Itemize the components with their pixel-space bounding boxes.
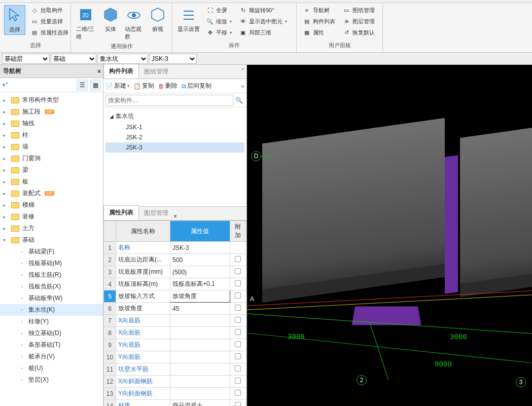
prop-value[interactable] <box>170 339 230 351</box>
checkbox-icon[interactable] <box>235 378 241 384</box>
prop-value[interactable]: (500) <box>170 266 230 278</box>
prop-extra[interactable] <box>230 315 246 327</box>
prop-extra[interactable] <box>230 290 246 303</box>
subcategory-select[interactable]: 集水坑 <box>97 54 148 64</box>
component-item[interactable]: JSK-3 <box>105 142 244 153</box>
batch-select-button[interactable]: ▭批量选择 <box>28 16 70 26</box>
prop-value[interactable] <box>170 315 230 327</box>
checkbox-icon[interactable] <box>235 402 241 406</box>
checkbox-icon[interactable] <box>235 365 241 372</box>
display-settings-button[interactable]: 显示设置 <box>176 5 201 34</box>
property-row[interactable]: 10 Y向面筋 <box>104 351 246 363</box>
top-view-button[interactable]: 俯视 <box>148 5 168 34</box>
close-icon[interactable]: × <box>173 213 177 220</box>
delete-button[interactable]: 🗑删除 <box>158 82 178 90</box>
prop-extra[interactable] <box>230 339 246 351</box>
checkbox-icon[interactable] <box>235 280 241 286</box>
prop-extra[interactable] <box>230 363 246 376</box>
tree-item[interactable]: ▸梁 <box>0 164 103 176</box>
pan-button[interactable]: ✥平移▾ <box>204 27 234 38</box>
list-view-icon[interactable]: ☰ <box>77 80 88 91</box>
floor-copy-button[interactable]: ⧉层间复制 <box>182 82 211 90</box>
tree-item[interactable]: ▸施工段VIP <box>0 106 103 118</box>
prop-extra[interactable] <box>230 376 246 388</box>
dynamic-view-button[interactable]: 动态观察 <box>124 5 145 42</box>
select-by-prop-button[interactable]: ▤按属性选择 <box>28 27 70 38</box>
tree-item[interactable]: ▸柱 <box>0 129 103 141</box>
prop-extra[interactable] <box>230 303 246 315</box>
layer-mgr-button[interactable]: ≋图层管理 <box>340 16 377 26</box>
prop-extra[interactable] <box>230 254 246 266</box>
tree-child[interactable]: ▫桩承台(V) <box>0 351 103 362</box>
prop-value[interactable]: 商品混凝土 <box>170 400 230 407</box>
tab-drawing-mgr[interactable]: 图纸管理 <box>139 65 173 79</box>
prop-value[interactable]: JSK-3 <box>170 242 230 254</box>
property-row[interactable]: 14 材质 商品混凝土 <box>104 400 246 407</box>
tree-item[interactable]: ▸楼梯 <box>0 199 103 211</box>
level-select[interactable]: 基础层 <box>2 54 50 64</box>
search-icon[interactable]: 🔍 <box>233 97 244 104</box>
property-row[interactable]: 12 X向斜面钢筋 <box>104 376 246 388</box>
component-tree-root[interactable]: ◢集水坑 <box>105 110 244 122</box>
component-item[interactable]: JSK-2 <box>105 132 244 142</box>
copy-button[interactable]: 📋复制 <box>133 82 154 90</box>
checkbox-icon[interactable] <box>235 256 241 262</box>
prop-extra[interactable] <box>230 266 246 278</box>
prop-value[interactable] <box>170 327 230 339</box>
tree-child[interactable]: ▫垫层(X) <box>0 374 103 386</box>
tree-child[interactable]: ▫筏板主筋(R) <box>0 269 103 281</box>
zoom-button[interactable]: 🔍缩放▾ <box>204 16 234 26</box>
property-row[interactable]: 3 坑底板厚度(mm) (500) <box>104 266 246 278</box>
tree-child[interactable]: ▫筏板基础(M) <box>0 257 103 269</box>
checkbox-icon[interactable] <box>235 329 241 335</box>
tree-item[interactable]: ▸装配式VIP <box>0 188 103 199</box>
prop-extra[interactable] <box>230 278 246 290</box>
prop-value[interactable]: 放坡角度 <box>170 290 230 303</box>
tree-child[interactable]: ▫筏板负筋(X) <box>0 281 103 292</box>
tree-child[interactable]: ▫基础板带(W) <box>0 292 103 304</box>
tree-item[interactable]: ▸板 <box>0 176 103 188</box>
tree-item[interactable]: ▸装修 <box>0 211 103 223</box>
prop-extra[interactable] <box>230 400 246 407</box>
item-select[interactable]: JSK-3 <box>149 54 197 64</box>
complist-toggle[interactable]: ▤构件列表 <box>301 16 337 26</box>
tree-item[interactable]: ▾基础 <box>0 234 103 246</box>
checkbox-icon[interactable] <box>235 305 241 311</box>
property-row[interactable]: 8 X向面筋 <box>104 327 246 339</box>
tree-item[interactable]: ▸墙 <box>0 141 103 153</box>
property-row[interactable]: 7 X向底筋 <box>104 315 246 327</box>
tree-child[interactable]: ▫基础梁(F) <box>0 246 103 257</box>
property-row[interactable]: 11 坑壁水平筋 <box>104 363 246 376</box>
show-selected-button[interactable]: 👁显示选中图元▾ <box>237 16 289 26</box>
search-input[interactable] <box>105 95 233 106</box>
checkbox-icon[interactable] <box>235 390 241 396</box>
select-button[interactable]: 选择 <box>4 5 25 35</box>
prop-value[interactable] <box>170 363 230 376</box>
tree-child[interactable]: ▫柱墩(Y) <box>0 316 103 327</box>
tree-item[interactable]: ▸门窗洞 <box>0 153 103 164</box>
navtree-toggle[interactable]: ≡导航树 <box>301 5 337 15</box>
local-3d-button[interactable]: ▣局部三维 <box>237 27 289 38</box>
viewport-3d[interactable]: 3000 3000 9000 D A 2 3 <box>247 65 532 406</box>
rotate-button[interactable]: ↻顺旋转90° <box>237 5 289 15</box>
category-select[interactable]: 基础 <box>51 54 96 64</box>
prop-extra[interactable] <box>230 351 246 363</box>
add-icon[interactable]: ++ <box>2 81 8 89</box>
checkbox-icon[interactable] <box>235 353 241 359</box>
property-row[interactable]: 13 Y向斜面钢筋 <box>104 388 246 400</box>
tree-item[interactable]: ▸常用构件类型 <box>0 94 103 106</box>
fullscreen-button[interactable]: ⛶全屏 <box>204 5 234 15</box>
close-icon[interactable]: × <box>97 68 101 75</box>
prop-extra[interactable] <box>230 327 246 339</box>
checkbox-icon[interactable] <box>235 292 241 299</box>
solid-button[interactable]: 实体 <box>100 5 121 34</box>
view-2d3d-button[interactable]: 2D 二维/三维 <box>75 5 97 42</box>
property-row[interactable]: 1 名称 JSK-3 <box>104 242 246 254</box>
property-row[interactable]: 9 Y向底筋 <box>104 339 246 351</box>
prop-value[interactable]: 45 <box>170 303 230 315</box>
component-item[interactable]: JSK-1 <box>105 122 244 132</box>
tree-item[interactable]: ▸土方 <box>0 223 103 234</box>
tree-child[interactable]: ▫条形基础(T) <box>0 339 103 351</box>
prop-extra[interactable] <box>230 388 246 400</box>
restore-default-button[interactable]: ↺恢复默认 <box>340 27 377 38</box>
